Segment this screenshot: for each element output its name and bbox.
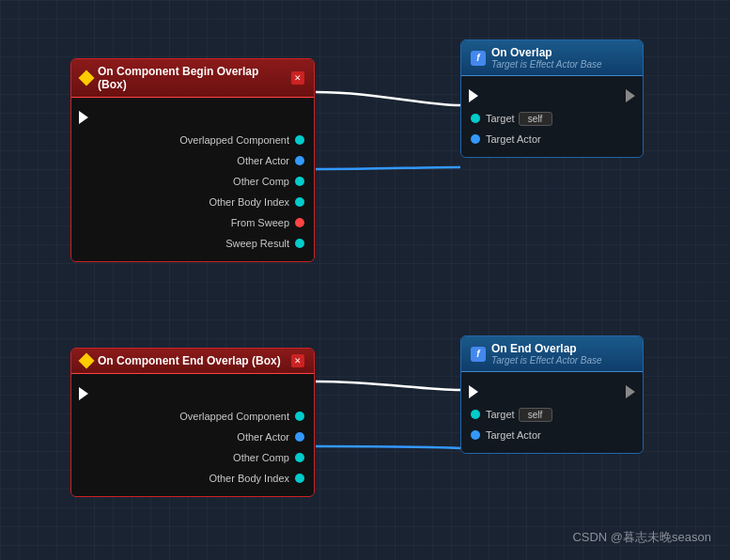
from-sweep-pin[interactable] xyxy=(295,218,304,227)
begin-overlap-node: On Component Begin Overlap (Box) ✕ Overl… xyxy=(70,58,315,262)
sweep-result-pin[interactable] xyxy=(295,239,304,248)
target-actor-label: Target Actor xyxy=(486,429,541,441)
exec-out-row xyxy=(71,105,314,130)
target-pin[interactable] xyxy=(471,410,480,419)
target-actor-pin[interactable] xyxy=(471,134,480,144)
end-overlap-header: On Component End Overlap (Box) ✕ xyxy=(71,349,314,374)
function-icon: f xyxy=(471,347,486,362)
node-body: Overlapped Component Other Actor Other C… xyxy=(71,98,314,261)
exec-out-pin xyxy=(626,89,635,102)
other-comp-pin[interactable] xyxy=(295,453,304,462)
header-content: On End Overlap Target is Effect Actor Ba… xyxy=(491,342,633,366)
exec-in-pin xyxy=(469,385,478,398)
exec-row xyxy=(461,84,643,108)
other-comp-row: Other Comp xyxy=(71,447,314,468)
actor-connection-2 xyxy=(316,446,460,448)
other-comp-label: Other Comp xyxy=(81,452,289,463)
other-actor-label: Other Actor xyxy=(81,155,289,166)
node-title: On End Overlap xyxy=(491,342,633,355)
sweep-result-label: Sweep Result xyxy=(81,238,289,249)
other-comp-label: Other Comp xyxy=(81,176,289,187)
node-title: On Component Begin Overlap (Box) xyxy=(98,65,286,91)
target-actor-row: Target Actor xyxy=(461,425,643,445)
other-actor-row: Other Actor xyxy=(71,427,314,447)
other-actor-label: Other Actor xyxy=(81,431,289,443)
on-end-overlap-header: f On End Overlap Target is Effect Actor … xyxy=(461,336,643,372)
actor-connection-1 xyxy=(316,167,460,169)
sweep-result-row: Sweep Result xyxy=(71,233,314,254)
event-icon xyxy=(79,353,95,369)
other-comp-pin[interactable] xyxy=(295,177,304,186)
on-overlap-node: f On Overlap Target is Effect Actor Base… xyxy=(460,39,644,158)
begin-overlap-header: On Component Begin Overlap (Box) ✕ xyxy=(71,59,314,98)
exec-in-pin xyxy=(469,89,478,102)
event-icon xyxy=(79,70,95,86)
target-self-input[interactable] xyxy=(519,112,552,126)
close-button[interactable]: ✕ xyxy=(291,71,304,85)
target-row: Target xyxy=(461,108,643,129)
node-title: On Component End Overlap (Box) xyxy=(98,354,286,367)
node-subtitle: Target is Effect Actor Base xyxy=(491,59,633,70)
target-actor-label: Target Actor xyxy=(486,133,541,145)
on-end-overlap-node: f On End Overlap Target is Effect Actor … xyxy=(460,335,644,454)
target-self-input[interactable] xyxy=(519,408,552,422)
function-icon: f xyxy=(471,51,486,66)
other-actor-pin[interactable] xyxy=(295,432,304,442)
other-body-index-label: Other Body Index xyxy=(81,196,289,208)
other-body-index-label: Other Body Index xyxy=(81,473,289,484)
target-row: Target xyxy=(461,404,643,425)
watermark: CSDN @暮志未晚season xyxy=(572,529,711,546)
header-content: On Overlap Target is Effect Actor Base xyxy=(491,46,633,70)
overlapped-component-label: Overlapped Component xyxy=(81,411,289,422)
overlapped-component-row: Overlapped Component xyxy=(71,130,314,150)
other-actor-pin[interactable] xyxy=(295,156,304,165)
from-sweep-row: From Sweep xyxy=(71,212,314,233)
other-body-index-row: Other Body Index xyxy=(71,192,314,212)
other-body-index-row: Other Body Index xyxy=(71,468,314,489)
end-overlap-node: On Component End Overlap (Box) ✕ Overlap… xyxy=(70,348,315,497)
exec-connection-1 xyxy=(316,92,460,105)
node-title: On Overlap xyxy=(491,46,633,59)
overlapped-component-label: Overlapped Component xyxy=(81,134,289,146)
node-body: Overlapped Component Other Actor Other C… xyxy=(71,374,314,496)
exec-out-row xyxy=(71,381,314,406)
from-sweep-label: From Sweep xyxy=(81,217,289,228)
other-comp-row: Other Comp xyxy=(71,171,314,192)
exec-out-pin xyxy=(79,111,88,124)
exec-connection-2 xyxy=(316,381,460,390)
close-button[interactable]: ✕ xyxy=(291,354,304,367)
target-label: Target xyxy=(486,409,515,420)
header-content: On Component End Overlap (Box) xyxy=(98,354,286,367)
other-body-index-pin[interactable] xyxy=(295,197,304,207)
target-label: Target xyxy=(486,113,515,124)
node-body: Target Target Actor xyxy=(461,372,643,453)
target-actor-row: Target Actor xyxy=(461,129,643,149)
node-body: Target Target Actor xyxy=(461,76,643,157)
exec-out-pin xyxy=(79,387,88,400)
exec-row xyxy=(461,380,643,404)
on-overlap-header: f On Overlap Target is Effect Actor Base xyxy=(461,40,643,76)
target-actor-pin[interactable] xyxy=(471,430,480,440)
exec-out-pin xyxy=(626,385,635,398)
target-pin[interactable] xyxy=(471,114,480,123)
header-content: On Component Begin Overlap (Box) xyxy=(98,65,286,91)
other-actor-row: Other Actor xyxy=(71,150,314,171)
other-body-index-pin[interactable] xyxy=(295,474,304,483)
overlapped-component-pin[interactable] xyxy=(295,135,304,145)
overlapped-component-pin[interactable] xyxy=(295,412,304,421)
overlapped-component-row: Overlapped Component xyxy=(71,406,314,427)
node-subtitle: Target is Effect Actor Base xyxy=(491,355,633,366)
